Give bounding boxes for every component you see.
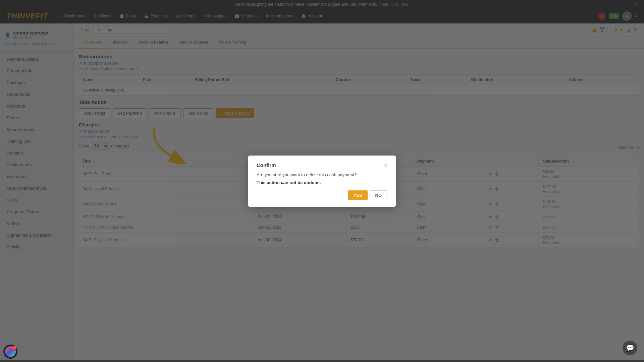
modal-wrapper: Confirm × Are you sure you want to delet… — [0, 0, 644, 360]
modal-title: Confirm — [257, 162, 276, 168]
modal-warning-text: This action can not be undone. — [257, 180, 387, 185]
chat-button[interactable]: 💬 — [623, 341, 637, 355]
app-badge[interactable]: 18 — [3, 345, 17, 359]
modal-close-button[interactable]: × — [384, 162, 387, 168]
modal-body-text: Are you sure you want to delete this cas… — [257, 172, 387, 177]
confirm-modal: Confirm × Are you sure you want to delet… — [248, 156, 396, 207]
confirm-yes-button[interactable]: YES — [348, 190, 367, 200]
modal-header: Confirm × — [257, 162, 387, 168]
modal-footer: YES NO — [257, 190, 387, 200]
app-notification-count: 18 — [11, 346, 16, 351]
confirm-no-button[interactable]: NO — [370, 190, 388, 200]
